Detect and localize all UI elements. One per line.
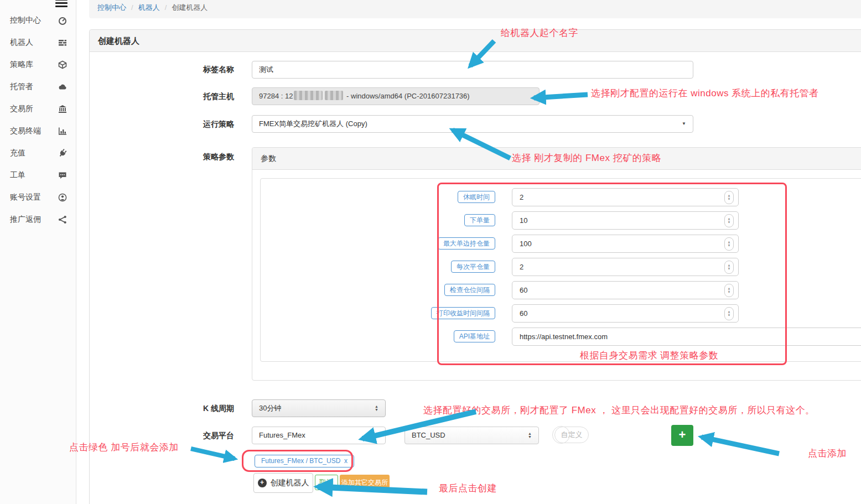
sidebar-item-robots[interactable]: 机器人: [0, 32, 76, 54]
recharge-plug-icon: [58, 149, 67, 158]
terminal-chart-icon: [58, 127, 67, 136]
breadcrumb-home-link[interactable]: 控制中心: [97, 3, 126, 13]
strategy-select[interactable]: FMEX简单交易挖矿机器人 (Copy) ▼: [252, 115, 693, 133]
breadcrumb-robots-link[interactable]: 机器人: [138, 3, 160, 13]
tag-name-input[interactable]: [252, 61, 693, 79]
sidebar-item-terminal[interactable]: 交易终端: [0, 120, 76, 142]
host-label: 托管主机: [157, 92, 234, 102]
annotation-exchange-hint: 选择配置好的交易所，刚才配置了 FMex ， 这里只会出现配置好的交易所，所以只…: [423, 404, 815, 417]
ticket-comment-icon: [58, 171, 67, 180]
referral-share-icon: [58, 215, 67, 224]
pair-tag-highlight-box: [242, 450, 353, 472]
breadcrumb-separator: /: [165, 3, 167, 12]
kline-label: K 线周期: [157, 404, 234, 414]
annotation-name-hint: 给机器人起个名字: [501, 27, 578, 39]
host-select[interactable]: 97284 : 12 - windows/amd64 (PC-201607231…: [252, 87, 540, 105]
host-value-prefix: 97284 : 12: [259, 92, 293, 100]
params-highlight-box: [437, 183, 787, 365]
add-exchange-plus-button[interactable]: +: [671, 425, 693, 446]
sidebar-item-recharge[interactable]: 充值: [0, 142, 76, 164]
plus-circle-icon: +: [258, 479, 267, 487]
strategy-cube-icon: [58, 60, 67, 69]
add-other-exchange-button[interactable]: 添加其它交易所: [340, 475, 390, 490]
account-user-icon: [58, 193, 67, 202]
exchange-bank-icon: [58, 105, 67, 113]
exchange-select[interactable]: Futures_FMex ▼: [252, 427, 386, 444]
platform-label: 交易平台: [157, 431, 234, 441]
tag-name-label: 标签名称: [157, 65, 234, 75]
masked-ip-block: [325, 91, 343, 100]
kline-period-select[interactable]: 30分钟 ▲▼: [252, 399, 386, 417]
panel-title: 创建机器人: [90, 30, 861, 52]
chevron-down-icon: ▼: [374, 427, 378, 444]
sidebar-item-exchanges[interactable]: 交易所: [0, 98, 76, 120]
custom-pair-toggle[interactable]: 自定义: [554, 427, 589, 443]
host-value-suffix: - windows/amd64 (PC-201607231736): [346, 92, 470, 100]
select-arrows-icon: ▲▼: [375, 405, 378, 412]
select-arrows-icon: ▲▼: [528, 432, 532, 439]
pair-select[interactable]: BTC_USD ▲▼: [404, 427, 539, 444]
create-robot-page: 控制中心 机器人 策略库 托管者 交易所 交易终端 充值 工单: [0, 0, 861, 504]
create-robot-button[interactable]: + 创建机器人: [253, 473, 313, 493]
sidebar-item-account[interactable]: 账号设置: [0, 186, 76, 209]
cancel-button[interactable]: 取消: [315, 475, 338, 490]
chevron-down-icon: ▼: [682, 116, 686, 132]
toggle-knob: [552, 426, 570, 444]
annotation-params-hint: 根据自身交易需求 调整策略参数: [580, 349, 718, 362]
robots-icon: [58, 38, 67, 47]
dashboard-icon: [58, 16, 67, 25]
strategy-label: 运行策略: [157, 119, 234, 129]
annotation-host-hint: 选择刚才配置的运行在 windows 系统上的私有托管者: [591, 87, 819, 100]
host-cloud-icon: [58, 82, 67, 91]
sidebar-item-hosts[interactable]: 托管者: [0, 76, 76, 98]
breadcrumb-current: 创建机器人: [172, 3, 208, 13]
annotation-strategy-hint: 选择 刚才复制的 FMex 挖矿的策略: [512, 152, 661, 164]
params-label: 策略参数: [157, 152, 234, 162]
sidebar-item-dashboard[interactable]: 控制中心: [0, 9, 76, 32]
menu-collapse-icon[interactable]: [55, 0, 68, 9]
strategy-value: FMEX简单交易挖矿机器人 (Copy): [259, 119, 367, 128]
breadcrumb: 控制中心 / 机器人 / 创建机器人: [89, 0, 861, 18]
sidebar-item-referral[interactable]: 推广返佣: [0, 209, 76, 231]
breadcrumb-separator: /: [131, 3, 133, 12]
sidebar-item-tickets[interactable]: 工单: [0, 164, 76, 186]
sidebar-item-strategies[interactable]: 策略库: [0, 54, 76, 76]
annotation-create-hint: 最后点击创建: [439, 482, 497, 495]
masked-ip-block: [294, 91, 323, 100]
annotation-plus-hint: 点击绿色 加号后就会添加: [69, 441, 179, 454]
sidebar: 控制中心 机器人 策略库 托管者 交易所 交易终端 充值 工单: [0, 0, 76, 504]
annotation-add-hint: 点击添加: [808, 447, 847, 460]
